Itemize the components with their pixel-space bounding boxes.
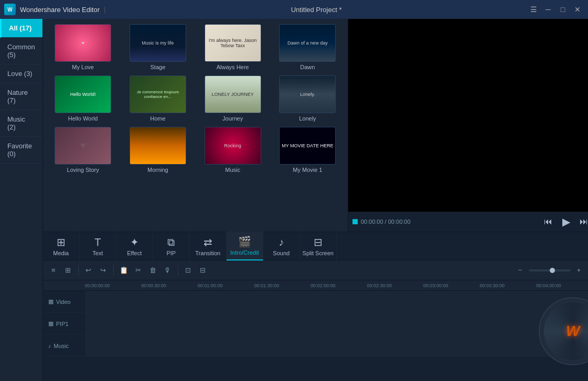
- track-icon-video: ▦: [48, 298, 54, 305]
- thumb-image-hello-world: Hello World!: [55, 75, 111, 113]
- tool-intro-credit[interactable]: 🎬Intro/Credit: [227, 232, 263, 260]
- thumb-item-loving-story[interactable]: ♡Loving Story: [48, 127, 118, 173]
- thumb-image-loving-story: ♡: [55, 127, 111, 165]
- delete-button[interactable]: 🗑: [147, 264, 159, 277]
- zoom-in-button[interactable]: +: [573, 264, 585, 277]
- thumb-image-home: Je commence toujours confiance en...: [130, 75, 186, 113]
- tool-media[interactable]: ⊞Media: [43, 232, 80, 260]
- list-view-button[interactable]: ≡: [47, 264, 60, 277]
- media-label: Media: [53, 250, 69, 256]
- content-area: ♥My LoveMusic is my lifeStageI'm always …: [43, 19, 588, 232]
- group-button[interactable]: ⊟: [197, 264, 209, 277]
- thumb-image-morning: [130, 127, 186, 165]
- tool-sound[interactable]: ♪Sound: [263, 232, 300, 260]
- sidebar-item-love[interactable]: Love (3): [0, 64, 42, 83]
- separator: |: [104, 6, 105, 13]
- timeline-toolbar: ≡ ⊞ ↩ ↪ 📋 ✂ 🗑 🎙 ⊡ ⊟ − +: [43, 260, 588, 280]
- thumb-item-hello-world[interactable]: Hello World!Hello World: [48, 75, 118, 122]
- project-title: Untitled Project *: [291, 6, 342, 14]
- restore-button[interactable]: □: [557, 3, 569, 16]
- center-panel: ♥My LoveMusic is my lifeStageI'm always …: [43, 19, 588, 381]
- separator: [78, 265, 79, 276]
- track-label-music: ♪ Music: [43, 343, 85, 349]
- title-bar-controls: ☰ ─ □ ✕: [527, 3, 584, 16]
- effect-icon: ✦: [130, 236, 139, 248]
- sound-icon: ♪: [279, 236, 284, 248]
- thumb-image-stage: Music is my life: [130, 24, 186, 62]
- zoom-controls: − + ⊞: [514, 264, 588, 277]
- transition-icon: ⇄: [204, 236, 212, 248]
- thumb-item-stage[interactable]: Music is my lifeStage: [123, 24, 193, 70]
- menu-button[interactable]: ☰: [527, 3, 540, 16]
- grid-view-button[interactable]: ⊞: [62, 264, 74, 277]
- sidebar-item-common[interactable]: Common (5): [0, 38, 42, 64]
- thumb-item-journey[interactable]: LONELY JOURNEYJourney: [198, 75, 268, 122]
- thumb-image-always-here: I'm always here. Jason Tebow Taxx: [205, 24, 261, 62]
- toolbar: ⊞MediaTText✦Effect⧉PIP⇄Transition🎬Intro/…: [43, 232, 588, 260]
- sidebar-item-favorite[interactable]: Favorite (0): [0, 137, 42, 164]
- preview-panel: 00:00:00 / 00:00:00 ⏮ ▶ ⏭ 🔊 📷 ⛶: [348, 19, 588, 232]
- tool-split-screen[interactable]: ⊟Split Screen: [300, 232, 337, 260]
- media-icon: ⊞: [57, 236, 66, 248]
- record-button[interactable]: 🎙: [162, 264, 174, 277]
- thumb-item-my-movie[interactable]: MY MOVIE DATE HEREMy Movie 1: [273, 127, 343, 173]
- zoom-out-button[interactable]: −: [514, 264, 527, 277]
- thumb-label-home: Home: [150, 115, 165, 122]
- pip-icon: ⧉: [167, 236, 175, 248]
- step-back-button[interactable]: ⏮: [541, 214, 555, 229]
- ruler-tick: 00:02:30:00: [367, 283, 392, 288]
- title-bar-left: W Wondershare Video Editor |: [4, 4, 105, 15]
- track-content-pip1[interactable]: [85, 313, 588, 334]
- pip-label: PIP: [166, 250, 176, 256]
- ruler-tick: 00:03:30:00: [480, 283, 505, 288]
- sidebar-item-nature[interactable]: Nature (7): [0, 83, 42, 110]
- undo-button[interactable]: ↩: [82, 264, 95, 277]
- track-content-music[interactable]: [85, 335, 588, 356]
- ruler-tick: 00:01:30:00: [254, 283, 279, 288]
- thumb-label-always-here: Always Here: [217, 64, 249, 70]
- intro-credit-label: Intro/Credit: [230, 249, 259, 256]
- watermark-text: W: [566, 323, 580, 340]
- track-row-video: ▦ Video: [43, 291, 588, 313]
- main-layout: All (17)Common (5)Love (3)Nature (7)Musi…: [0, 19, 588, 381]
- ruler-tick: 00:02:00:00: [311, 283, 336, 288]
- ruler-tick: 00:04:00:00: [536, 283, 561, 288]
- timeline-marker: [352, 219, 358, 224]
- thumb-item-lonely[interactable]: Lonely.Lonely: [273, 75, 343, 122]
- track-content-video[interactable]: [85, 291, 588, 312]
- separator: [113, 265, 114, 276]
- thumb-item-dawn[interactable]: Dawn of a new dayDawn: [273, 24, 343, 70]
- tool-effect[interactable]: ✦Effect: [116, 232, 153, 260]
- snapshot-button[interactable]: 📋: [117, 264, 130, 277]
- text-icon: T: [94, 236, 101, 248]
- minimize-button[interactable]: ─: [542, 3, 554, 16]
- thumb-label-lonely: Lonely: [299, 115, 316, 122]
- title-bar: W Wondershare Video Editor | Untitled Pr…: [0, 0, 588, 19]
- zoom-slider[interactable]: [529, 269, 571, 271]
- close-button[interactable]: ✕: [571, 3, 584, 16]
- cut-button[interactable]: ✂: [132, 264, 145, 277]
- separator: [178, 265, 178, 276]
- tool-pip[interactable]: ⧉PIP: [153, 232, 190, 260]
- sidebar-item-music[interactable]: Music (2): [0, 110, 42, 137]
- thumb-item-home[interactable]: Je commence toujours confiance en...Home: [123, 75, 193, 122]
- thumbnail-grid: ♥My LoveMusic is my lifeStageI'm always …: [48, 24, 343, 173]
- tool-transition[interactable]: ⇄Transition: [190, 232, 227, 260]
- step-forward-button[interactable]: ⏭: [576, 214, 588, 229]
- thumb-image-journey: LONELY JOURNEY: [205, 75, 261, 113]
- track-label-video: ▦ Video: [43, 298, 85, 305]
- thumb-item-always-here[interactable]: I'm always here. Jason Tebow TaxxAlways …: [198, 24, 268, 70]
- thumb-item-morning[interactable]: Morning: [123, 127, 193, 173]
- thumb-item-music[interactable]: RockingMusic: [198, 127, 268, 173]
- timeline-tracks: ▦ Video▦ PIP1♪ Music W: [43, 291, 588, 381]
- preview-time: 00:00:00 / 00:00:00: [361, 219, 538, 225]
- redo-button[interactable]: ↪: [97, 264, 110, 277]
- ruler-tick: 00:03:00:00: [423, 283, 448, 288]
- tool-text[interactable]: TText: [80, 232, 116, 260]
- track-icon-music: ♪: [48, 343, 51, 349]
- intro-credit-icon: 🎬: [238, 235, 251, 248]
- play-button[interactable]: ▶: [559, 214, 573, 229]
- detach-button[interactable]: ⊡: [182, 264, 195, 277]
- sidebar-item-all[interactable]: All (17): [0, 19, 42, 38]
- thumb-item-my-love[interactable]: ♥My Love: [48, 24, 118, 70]
